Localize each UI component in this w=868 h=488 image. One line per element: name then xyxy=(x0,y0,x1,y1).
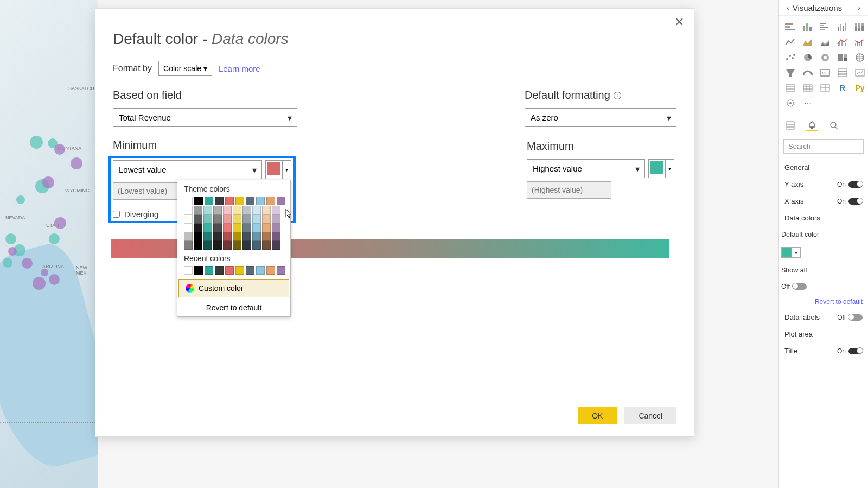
color-swatch[interactable] xyxy=(213,241,222,250)
color-swatch[interactable] xyxy=(233,206,241,215)
color-swatch[interactable] xyxy=(223,224,232,232)
color-swatch[interactable] xyxy=(277,197,285,205)
color-swatch[interactable] xyxy=(213,206,222,215)
maximum-color-button[interactable]: ▾ xyxy=(648,159,674,178)
map-bubble[interactable] xyxy=(41,269,48,276)
color-swatch[interactable] xyxy=(203,206,212,215)
color-swatch[interactable] xyxy=(184,241,193,250)
color-swatch[interactable] xyxy=(242,241,251,250)
line-column-icon[interactable] xyxy=(835,36,850,48)
clustered-column-icon[interactable] xyxy=(835,21,850,33)
learn-more-link[interactable]: Learn more xyxy=(219,64,260,73)
color-swatch[interactable] xyxy=(242,215,251,224)
python-visual-icon[interactable]: Py xyxy=(853,82,867,94)
color-swatch[interactable] xyxy=(246,197,254,205)
pie-icon[interactable] xyxy=(801,52,815,64)
minimum-color-button[interactable]: ▾ xyxy=(265,160,291,179)
color-swatch[interactable] xyxy=(184,206,193,215)
color-swatch[interactable] xyxy=(213,215,222,224)
color-swatch[interactable] xyxy=(205,197,213,205)
color-swatch[interactable] xyxy=(262,215,271,224)
color-swatch[interactable] xyxy=(262,232,271,241)
collapse-left-icon[interactable]: ‹ xyxy=(783,2,793,13)
color-swatch[interactable] xyxy=(233,241,241,250)
color-swatch[interactable] xyxy=(266,197,275,205)
map-icon[interactable] xyxy=(853,52,867,64)
xaxis-toggle[interactable] xyxy=(848,198,863,205)
color-swatch[interactable] xyxy=(203,224,212,232)
color-swatch[interactable] xyxy=(272,215,280,224)
collapse-right-icon[interactable]: › xyxy=(854,2,864,13)
treemap-icon[interactable] xyxy=(835,52,850,64)
info-icon[interactable]: i xyxy=(614,92,621,99)
color-swatch[interactable] xyxy=(272,206,280,215)
color-swatch[interactable] xyxy=(252,241,261,250)
color-swatch[interactable] xyxy=(262,206,271,215)
donut-icon[interactable] xyxy=(818,52,832,64)
color-swatch[interactable] xyxy=(184,232,193,241)
chevron-down-icon[interactable]: ▾ xyxy=(282,161,291,179)
revert-default-link[interactable]: Revert to default xyxy=(779,295,868,309)
show-all-toggle[interactable] xyxy=(793,283,807,290)
color-swatch[interactable] xyxy=(235,266,244,275)
color-swatch[interactable] xyxy=(194,241,202,250)
ok-button[interactable]: OK xyxy=(578,407,617,424)
map-bubble[interactable] xyxy=(49,233,60,244)
color-swatch[interactable] xyxy=(233,215,241,224)
maximum-value-select[interactable]: Highest value xyxy=(527,159,645,178)
color-swatch[interactable] xyxy=(233,224,241,232)
color-swatch[interactable] xyxy=(223,241,232,250)
color-swatch[interactable] xyxy=(215,197,224,205)
chevron-down-icon[interactable]: ▾ xyxy=(665,160,674,178)
fields-tab-icon[interactable] xyxy=(784,119,796,131)
color-swatch[interactable] xyxy=(194,215,202,224)
key-influencers-icon[interactable] xyxy=(783,97,797,109)
map-bubble[interactable] xyxy=(49,274,60,285)
diverging-checkbox[interactable] xyxy=(113,211,120,218)
color-swatch[interactable] xyxy=(203,232,212,241)
color-swatch[interactable] xyxy=(233,232,241,241)
minimum-value-select[interactable]: Lowest value xyxy=(113,160,262,179)
map-bubble[interactable] xyxy=(42,176,54,188)
color-swatch[interactable] xyxy=(272,224,280,232)
hundred-stacked-icon[interactable] xyxy=(853,21,867,33)
format-data-labels[interactable]: Data labels Off xyxy=(779,309,868,326)
line-clustered-icon[interactable] xyxy=(853,36,867,48)
color-swatch[interactable] xyxy=(184,266,193,275)
line-chart-icon[interactable] xyxy=(783,36,797,48)
format-yaxis[interactable]: Y axis On xyxy=(779,176,868,193)
stacked-area-icon[interactable] xyxy=(818,36,832,48)
format-general[interactable]: General xyxy=(779,159,868,176)
color-swatch[interactable] xyxy=(205,266,213,275)
color-swatch[interactable] xyxy=(252,224,261,232)
kpi-icon[interactable] xyxy=(853,67,867,79)
color-swatch[interactable] xyxy=(213,232,222,241)
color-swatch[interactable] xyxy=(242,206,251,215)
color-swatch[interactable] xyxy=(277,266,285,275)
map-bubble[interactable] xyxy=(22,258,33,269)
multi-row-card-icon[interactable] xyxy=(835,67,850,79)
color-swatch[interactable] xyxy=(194,232,202,241)
color-swatch[interactable] xyxy=(203,241,212,250)
funnel-icon[interactable] xyxy=(783,67,797,79)
color-swatch[interactable] xyxy=(272,232,280,241)
color-swatch[interactable] xyxy=(223,215,232,224)
map-bubble[interactable] xyxy=(8,247,17,256)
yaxis-toggle[interactable] xyxy=(848,181,863,188)
color-swatch[interactable] xyxy=(256,197,265,205)
color-swatch[interactable] xyxy=(272,241,280,250)
default-color-chip-button[interactable]: ▾ xyxy=(781,247,801,258)
revert-default-button[interactable]: Revert to default xyxy=(177,299,290,316)
format-xaxis[interactable]: X axis On xyxy=(779,193,868,210)
title-toggle[interactable] xyxy=(848,348,863,354)
map-bubble[interactable] xyxy=(33,277,46,290)
color-swatch[interactable] xyxy=(184,197,193,205)
format-tab-icon[interactable] xyxy=(806,119,818,131)
color-swatch[interactable] xyxy=(242,232,251,241)
color-swatch[interactable] xyxy=(194,197,203,205)
card-icon[interactable]: 123 xyxy=(818,67,832,79)
color-swatch[interactable] xyxy=(262,224,271,232)
color-swatch[interactable] xyxy=(213,224,222,232)
color-swatch[interactable] xyxy=(225,266,234,275)
stacked-column-icon[interactable] xyxy=(801,21,815,33)
